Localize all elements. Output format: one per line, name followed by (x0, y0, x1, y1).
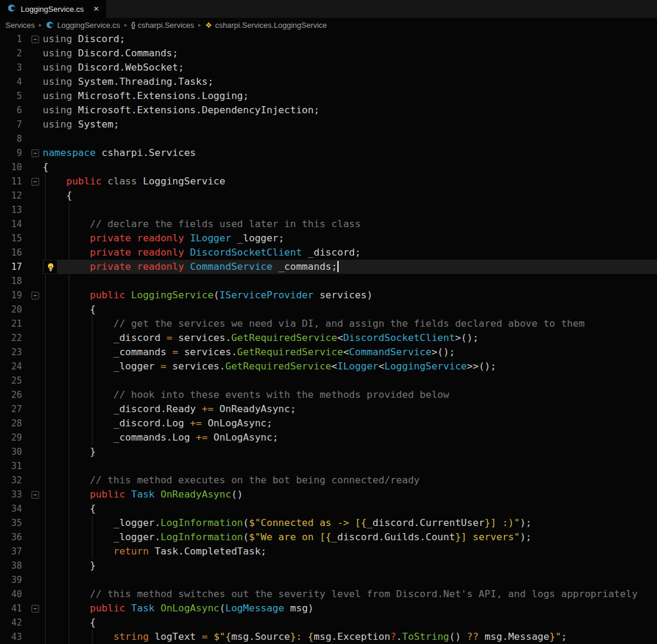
code-line-content[interactable]: namespace csharpi.Services (43, 146, 657, 160)
line-number[interactable]: 9 (0, 146, 27, 160)
line-number[interactable]: 24 (0, 359, 27, 374)
code-line-content[interactable]: { (43, 160, 657, 174)
breadcrumb-item[interactable]: LoggingService.cs (46, 21, 120, 30)
line-number[interactable]: 42 (0, 616, 27, 630)
code-line-content[interactable]: { (43, 502, 657, 516)
code-line-content[interactable]: public LoggingService(IServiceProvider s… (43, 288, 657, 302)
code-line-content[interactable]: // this method switches out the severity… (43, 587, 657, 601)
line-number[interactable]: 39 (0, 573, 27, 587)
line-number[interactable]: 5 (0, 89, 27, 103)
code-line-content[interactable] (43, 459, 657, 473)
line-number[interactable]: 10 (0, 160, 27, 174)
line-number[interactable]: 31 (0, 459, 27, 473)
code-line-content[interactable]: public class LoggingService (43, 174, 657, 189)
line-number[interactable]: 34 (0, 502, 27, 516)
code-line-content[interactable]: // get the services we need via DI, and … (43, 317, 657, 331)
code-line-content[interactable]: _discord = services.GetRequiredService<D… (43, 331, 657, 345)
line-number[interactable]: 41 (0, 601, 27, 616)
code-line-content[interactable]: { (43, 302, 657, 317)
line-number[interactable]: 18 (0, 274, 27, 288)
code-line-content[interactable] (43, 203, 657, 217)
line-number[interactable]: 43 (0, 630, 27, 644)
line-number[interactable]: 16 (0, 246, 27, 260)
line-number[interactable]: 11 (0, 174, 27, 189)
code-line-content[interactable]: using Microsoft.Extensions.Logging; (43, 89, 657, 103)
code-line-content[interactable]: public Task OnReadyAsync() (43, 487, 657, 502)
code-line-content[interactable]: using System.Threading.Tasks; (43, 75, 657, 89)
fold-collapse-icon[interactable]: − (31, 36, 39, 43)
fold-collapse-icon[interactable]: − (31, 491, 39, 499)
line-number[interactable]: 22 (0, 331, 27, 345)
line-number[interactable]: 27 (0, 402, 27, 416)
code-line-content[interactable]: _discord.Ready += OnReadyAsync; (43, 402, 657, 416)
code-line-content[interactable]: _logger.LogInformation($"Connected as ->… (43, 516, 657, 530)
line-number[interactable]: 7 (0, 117, 27, 132)
line-number[interactable]: 19 (0, 288, 27, 302)
code-line-content[interactable]: } (43, 445, 657, 459)
code-line-content[interactable]: _logger = services.GetRequiredService<IL… (43, 359, 657, 374)
code-line-content[interactable]: // declare the fields used later in this… (43, 217, 657, 231)
code-line-content[interactable]: private readonly ILogger _logger; (43, 231, 657, 246)
line-number[interactable]: 25 (0, 374, 27, 388)
code-line-content[interactable]: // this method executes on the bot being… (43, 473, 657, 487)
code-line-content[interactable]: _logger.LogInformation($"We are on [{_di… (43, 530, 657, 544)
code-line-content[interactable]: public Task OnLogAsync(LogMessage msg) (43, 601, 657, 616)
lightbulb-icon[interactable] (44, 260, 57, 273)
line-number[interactable]: 29 (0, 431, 27, 445)
code-line-content[interactable]: using Discord.WebSocket; (43, 60, 657, 75)
tab-loggingservice[interactable]: LoggingService.cs ✕ (0, 0, 106, 18)
code-line-content[interactable]: _discord.Log += OnLogAsync; (43, 416, 657, 431)
code-line-content[interactable] (43, 374, 657, 388)
code-line-content[interactable]: using Microsoft.Extensions.DependencyInj… (43, 103, 657, 117)
breadcrumb-item[interactable]: {}csharpi.Services (131, 21, 194, 30)
line-number[interactable]: 8 (0, 132, 27, 146)
fold-collapse-icon[interactable]: − (31, 292, 39, 299)
line-number[interactable]: 21 (0, 317, 27, 331)
line-number[interactable]: 30 (0, 445, 27, 459)
code-line-content[interactable]: private readonly DiscordSocketClient _di… (43, 246, 657, 260)
code-line-content[interactable]: using Discord; (43, 32, 657, 46)
code-line-content[interactable]: using Discord.Commands; (43, 46, 657, 60)
code-line-content[interactable]: // hook into these events with the metho… (43, 388, 657, 402)
line-number[interactable]: 12 (0, 189, 27, 203)
code-line-content[interactable]: string logText = $"{msg.Source}: {msg.Ex… (43, 630, 657, 644)
breadcrumb-item[interactable]: ❖csharpi.Services.LoggingService (205, 21, 327, 30)
code-line-content[interactable]: return Task.CompletedTask; (43, 544, 657, 559)
close-tab-icon[interactable]: ✕ (93, 5, 99, 13)
code-line-content[interactable]: _commands = services.GetRequiredService<… (43, 345, 657, 359)
fold-collapse-icon[interactable]: − (31, 149, 39, 157)
line-number[interactable]: 15 (0, 231, 27, 246)
code-line-content[interactable]: } (43, 559, 657, 573)
line-number[interactable]: 3 (0, 60, 27, 75)
fold-collapse-icon[interactable]: − (31, 178, 39, 186)
line-number[interactable]: 36 (0, 530, 27, 544)
code-line-content[interactable] (43, 274, 657, 288)
line-number[interactable]: 37 (0, 544, 27, 559)
line-number[interactable]: 35 (0, 516, 27, 530)
code-line-content[interactable]: { (43, 189, 657, 203)
breadcrumb-item[interactable]: Services (5, 21, 35, 30)
fold-collapse-icon[interactable]: − (31, 605, 39, 613)
line-number[interactable]: 6 (0, 103, 27, 117)
code-line-content[interactable]: private readonly CommandService _command… (43, 260, 657, 274)
code-line-content[interactable]: { (43, 616, 657, 630)
code-line-content[interactable] (43, 132, 657, 146)
code-line-content[interactable]: using System; (43, 117, 657, 132)
code-line-content[interactable]: _commands.Log += OnLogAsync; (43, 431, 657, 445)
line-number[interactable]: 40 (0, 587, 27, 601)
line-number[interactable]: 20 (0, 302, 27, 317)
line-number[interactable]: 28 (0, 416, 27, 431)
line-number[interactable]: 23 (0, 345, 27, 359)
line-number[interactable]: 1 (0, 32, 27, 46)
fold-gutter (27, 445, 43, 459)
line-number[interactable]: 26 (0, 388, 27, 402)
line-number[interactable]: 4 (0, 75, 27, 89)
line-number[interactable]: 14 (0, 217, 27, 231)
line-number[interactable]: 38 (0, 559, 27, 573)
code-line-content[interactable] (43, 573, 657, 587)
line-number[interactable]: 33 (0, 487, 27, 502)
line-number[interactable]: 17 (0, 260, 27, 274)
line-number[interactable]: 2 (0, 46, 27, 60)
line-number[interactable]: 13 (0, 203, 27, 217)
line-number[interactable]: 32 (0, 473, 27, 487)
